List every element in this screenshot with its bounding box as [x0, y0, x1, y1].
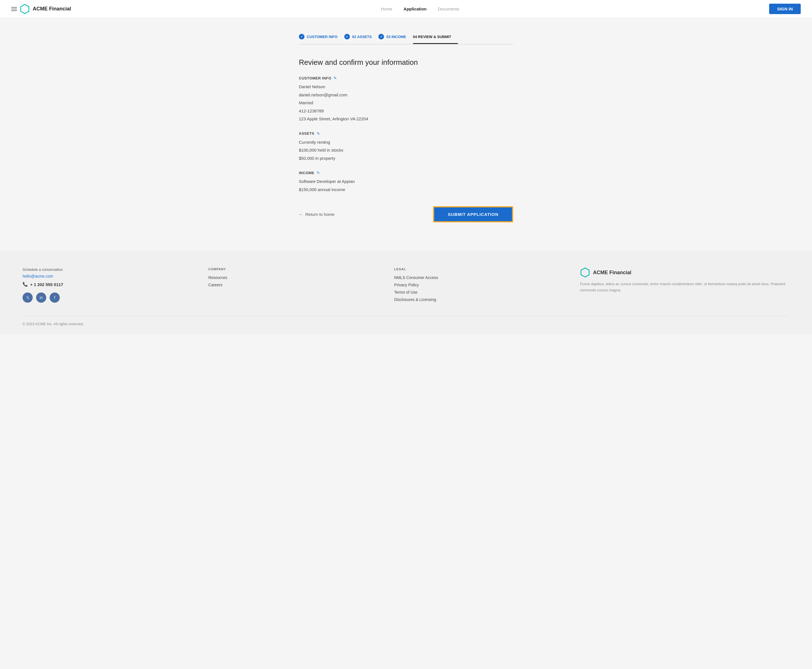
- assets-section: ASSETS ✎ Currently renting $100,000 held…: [299, 131, 513, 162]
- step-check-icon: ✓: [378, 34, 384, 39]
- footer-legal-title: LEGAL: [394, 267, 569, 271]
- page-title: Review and confirm your information: [299, 58, 513, 67]
- step-check-icon: ✓: [299, 34, 305, 39]
- brand-name: ACME Financial: [33, 6, 71, 12]
- brand-logo-icon: [20, 4, 30, 14]
- step-income[interactable]: ✓ 03 INCOME: [378, 29, 413, 44]
- customer-name: Daniel Nelson: [299, 84, 513, 90]
- income-data: Software Developer at Appian $150,000 an…: [299, 178, 513, 193]
- footer-company-title: COMPANY: [208, 267, 383, 271]
- footer-brand: ACME Financial: [580, 267, 789, 277]
- footer-brand-col: ACME Financial Fusce dapibus, tellus ac …: [580, 267, 789, 304]
- step-customer-info-label: CUSTOMER INFO: [307, 35, 337, 39]
- return-home-link[interactable]: ← Return to home: [299, 212, 334, 217]
- footer-brand-name: ACME Financial: [593, 270, 631, 276]
- progress-steps: ✓ CUSTOMER INFO ✓ 02 ASSETS ✓ 03 INCOME …: [299, 29, 513, 45]
- income-annual: $150,000 annual income: [299, 187, 513, 193]
- footer-legal-col: LEGAL NMLS Consumer Access Privacy Polic…: [394, 267, 569, 304]
- social-icons: 𝕏 in f: [22, 292, 197, 303]
- nav-documents[interactable]: Documents: [438, 7, 459, 11]
- income-section: INCOME ✎ Software Developer at Appian $1…: [299, 170, 513, 193]
- customer-phone: 412-1236789: [299, 108, 513, 114]
- customer-info-title: CUSTOMER INFO: [299, 76, 331, 80]
- footer-phone-number: + 1 202 555 0117: [30, 282, 63, 287]
- income-edit-icon[interactable]: ✎: [317, 170, 320, 175]
- svg-marker-1: [581, 268, 589, 277]
- navbar: ACME Financial Home Application Document…: [0, 0, 812, 18]
- customer-info-data: Daniel Nelson daniel.nelson@gmail.com Ma…: [299, 84, 513, 122]
- customer-email: daniel.nelson@gmail.com: [299, 92, 513, 98]
- assets-data: Currently renting $100,000 held in stock…: [299, 139, 513, 162]
- return-home-label: Return to home: [305, 212, 334, 217]
- footer-terms-link[interactable]: Terms of Use: [394, 290, 569, 294]
- step-income-label: 03 INCOME: [386, 35, 406, 39]
- step-review[interactable]: 04 REVIEW & SUBMIT: [413, 30, 458, 44]
- footer-nmls-link[interactable]: NMLS Consumer Access: [394, 275, 569, 280]
- copyright-text: © 2023 ACME Inc. All rights reserved.: [22, 322, 84, 326]
- income-header: INCOME ✎: [299, 170, 513, 175]
- navbar-links: Home Application Documents: [381, 7, 459, 11]
- footer-top: Schedule a conversation hello@acme.com 📞…: [22, 267, 789, 304]
- customer-address: 123 Apple Street, Arlington VA 22204: [299, 116, 513, 122]
- assets-title: ASSETS: [299, 131, 314, 136]
- nav-application[interactable]: Application: [403, 7, 426, 11]
- footer-brand-desc: Fusce dapibus, tellus ac cursus commodo,…: [580, 281, 789, 293]
- footer-phone: 📞 + 1 202 555 0117: [22, 282, 197, 287]
- footer-schedule-label: Schedule a conversation: [22, 267, 197, 272]
- twitter-icon[interactable]: 𝕏: [22, 292, 33, 303]
- phone-icon: 📞: [22, 282, 28, 287]
- arrow-left-icon: ←: [299, 212, 303, 217]
- income-title: INCOME: [299, 171, 314, 175]
- step-customer-info[interactable]: ✓ CUSTOMER INFO: [299, 29, 344, 44]
- footer-logo-icon: [580, 267, 590, 277]
- main-content: ✓ CUSTOMER INFO ✓ 02 ASSETS ✓ 03 INCOME …: [293, 18, 519, 239]
- footer-bottom: © 2023 ACME Inc. All rights reserved.: [22, 316, 789, 326]
- customer-info-header: CUSTOMER INFO ✎: [299, 76, 513, 80]
- assets-item2: $100,000 held in stocks: [299, 147, 513, 154]
- svg-marker-0: [21, 4, 29, 13]
- customer-marital-status: Married: [299, 100, 513, 106]
- step-check-icon: ✓: [344, 34, 350, 39]
- step-assets[interactable]: ✓ 02 ASSETS: [344, 29, 379, 44]
- footer-email[interactable]: hello@acme.com: [22, 274, 197, 278]
- navbar-left: ACME Financial: [11, 4, 71, 14]
- footer-resources-link[interactable]: Resources: [208, 275, 383, 280]
- footer-contact-col: Schedule a conversation hello@acme.com 📞…: [22, 267, 197, 304]
- nav-home[interactable]: Home: [381, 7, 392, 11]
- hamburger-menu[interactable]: [11, 7, 17, 11]
- income-job: Software Developer at Appian: [299, 178, 513, 185]
- footer-careers-link[interactable]: Careers: [208, 282, 383, 287]
- footer-company-col: COMPANY Resources Careers: [208, 267, 383, 304]
- customer-info-edit-icon[interactable]: ✎: [334, 76, 337, 80]
- assets-header: ASSETS ✎: [299, 131, 513, 136]
- step-assets-label: 02 ASSETS: [352, 35, 372, 39]
- footer: Schedule a conversation hello@acme.com 📞…: [0, 250, 812, 334]
- footer-disclosures-link[interactable]: Disclosures & Licensing: [394, 297, 569, 302]
- assets-item3: $50,000 in property: [299, 155, 513, 162]
- footer-privacy-link[interactable]: Privacy Policy: [394, 282, 569, 287]
- actions-row: ← Return to home SUBMIT APPLICATION: [299, 206, 513, 222]
- step-review-label: 04 REVIEW & SUBMIT: [413, 35, 451, 39]
- signin-button[interactable]: SIGN IN: [769, 4, 801, 14]
- assets-item1: Currently renting: [299, 139, 513, 146]
- submit-application-button[interactable]: SUBMIT APPLICATION: [433, 206, 513, 222]
- assets-edit-icon[interactable]: ✎: [317, 131, 320, 136]
- customer-info-section: CUSTOMER INFO ✎ Daniel Nelson daniel.nel…: [299, 76, 513, 122]
- linkedin-icon[interactable]: in: [36, 292, 46, 303]
- facebook-icon[interactable]: f: [50, 292, 60, 303]
